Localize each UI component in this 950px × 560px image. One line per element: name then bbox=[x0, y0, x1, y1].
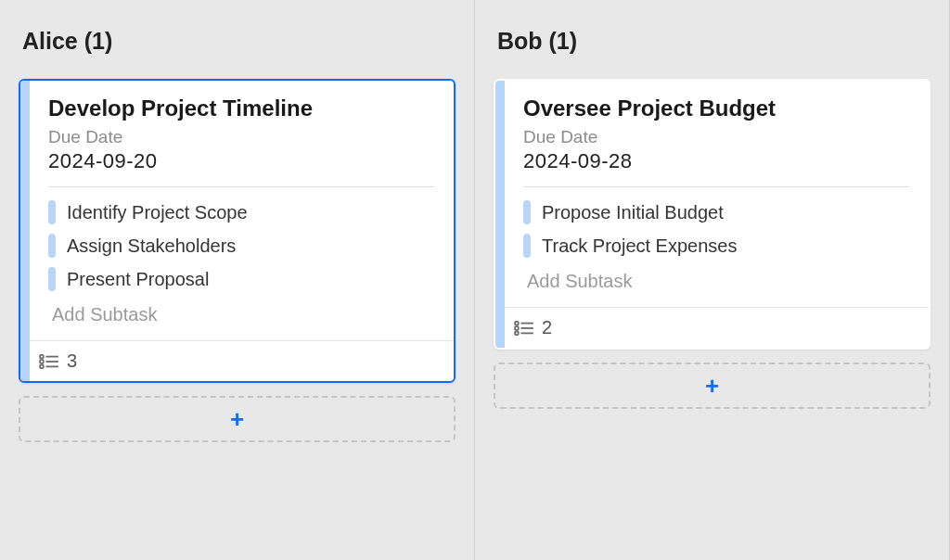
svg-rect-8 bbox=[515, 326, 519, 330]
plus-icon: + bbox=[230, 407, 244, 431]
task-title: Develop Project Timeline bbox=[48, 95, 435, 121]
subtask-item[interactable]: Assign Stakeholders bbox=[48, 234, 435, 258]
list-icon bbox=[39, 353, 59, 370]
subtask-chip bbox=[523, 200, 531, 224]
svg-rect-0 bbox=[40, 354, 44, 358]
svg-rect-6 bbox=[515, 321, 519, 325]
card-accent bbox=[20, 81, 30, 381]
due-date-value: 2024-09-20 bbox=[48, 149, 435, 173]
card-body: Oversee Project Budget Due Date 2024-09-… bbox=[495, 81, 929, 307]
list-icon bbox=[514, 320, 534, 337]
card-footer: 3 bbox=[20, 340, 454, 381]
task-card[interactable]: Develop Project Timeline Due Date 2024-0… bbox=[19, 79, 456, 383]
subtask-item[interactable]: Propose Initial Budget bbox=[523, 200, 910, 224]
due-date-value: 2024-09-28 bbox=[523, 149, 910, 173]
divider bbox=[523, 186, 910, 187]
card-body: Develop Project Timeline Due Date 2024-0… bbox=[20, 81, 454, 340]
divider bbox=[48, 186, 435, 187]
subtask-count: 3 bbox=[67, 350, 77, 372]
due-date-label: Due Date bbox=[48, 127, 435, 147]
subtask-list: Propose Initial Budget Track Project Exp… bbox=[523, 200, 910, 258]
subtask-item[interactable]: Present Proposal bbox=[48, 267, 435, 291]
task-title: Oversee Project Budget bbox=[523, 95, 910, 121]
subtask-label: Present Proposal bbox=[67, 269, 209, 290]
svg-rect-4 bbox=[40, 364, 44, 368]
add-card-button[interactable]: + bbox=[494, 363, 931, 409]
subtask-item[interactable]: Track Project Expenses bbox=[523, 234, 910, 258]
svg-rect-10 bbox=[515, 331, 519, 335]
subtask-chip bbox=[48, 267, 56, 291]
add-subtask-button[interactable]: Add Subtask bbox=[48, 300, 435, 335]
card-accent bbox=[495, 81, 505, 348]
subtask-count: 2 bbox=[542, 317, 552, 338]
column-header: Bob (1) bbox=[497, 28, 931, 55]
subtask-chip bbox=[48, 200, 56, 224]
add-subtask-button[interactable]: Add Subtask bbox=[523, 267, 910, 301]
column-bob: Bob (1) Oversee Project Budget Due Date … bbox=[475, 0, 950, 560]
plus-icon: + bbox=[705, 374, 719, 398]
subtask-label: Assign Stakeholders bbox=[67, 235, 236, 257]
card-footer: 2 bbox=[495, 307, 929, 348]
subtask-list: Identify Project Scope Assign Stakeholde… bbox=[48, 200, 435, 291]
subtask-label: Propose Initial Budget bbox=[542, 202, 724, 223]
subtask-label: Identify Project Scope bbox=[67, 202, 248, 223]
svg-rect-2 bbox=[40, 360, 44, 363]
subtask-chip bbox=[523, 234, 531, 258]
subtask-label: Track Project Expenses bbox=[542, 235, 737, 257]
column-alice: Alice (1) Develop Project Timeline Due D… bbox=[0, 0, 475, 560]
add-card-button[interactable]: + bbox=[19, 396, 456, 442]
subtask-item[interactable]: Identify Project Scope bbox=[48, 200, 435, 224]
due-date-label: Due Date bbox=[523, 127, 910, 147]
column-header: Alice (1) bbox=[22, 28, 456, 55]
subtask-chip bbox=[48, 234, 56, 258]
task-card[interactable]: Oversee Project Budget Due Date 2024-09-… bbox=[494, 79, 931, 350]
